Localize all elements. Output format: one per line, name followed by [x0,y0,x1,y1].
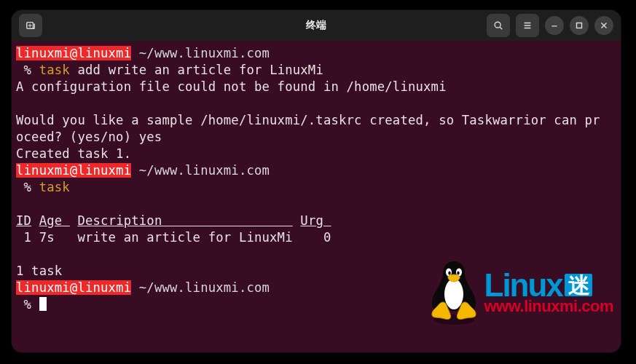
close-button[interactable] [594,16,613,35]
prompt-user-host: linuxmi@linuxmi [16,280,131,295]
table-row: 1 7s write an article for LinuxMi 0 [16,230,331,245]
prompt-user-host: linuxmi@linuxmi [16,46,131,60]
command-name: task [39,63,70,77]
table-header-description: Description [77,213,292,228]
search-button[interactable] [487,14,510,37]
output-line: Created task 1. [16,146,131,161]
table-header-urg: Urg [300,213,331,228]
output-line: A configuration file could not be found … [16,79,447,94]
minimize-button[interactable] [545,16,564,35]
prompt-cwd: ~/www.linuxmi.com [139,46,270,60]
menu-button[interactable] [516,14,539,37]
svg-rect-2 [577,23,582,28]
output-line: oceed? (yes/no) yes [16,130,162,144]
prompt-symbol: % [24,180,32,194]
table-header-id: ID [16,213,31,228]
prompt-user-host: linuxmi@linuxmi [16,163,131,178]
output-line: 1 task [16,264,62,278]
prompt-symbol: % [24,297,32,312]
output-line: Would you like a sample /home/linuxmi/.t… [16,113,600,127]
command-args: add write an article for LinuxMi [70,63,323,77]
table-header-age: Age [39,213,70,228]
svg-point-1 [495,22,500,28]
maximize-button[interactable] [570,16,589,35]
titlebar: 终端 [12,10,621,41]
window-title: 终端 [306,19,326,32]
prompt-cwd: ~/www.linuxmi.com [139,163,270,178]
command-name: task [39,180,70,194]
new-tab-button[interactable] [19,14,42,37]
terminal-output[interactable]: linuxmi@linuxmi ~/www.linuxmi.com % task… [12,41,621,317]
prompt-cwd: ~/www.linuxmi.com [139,280,270,295]
prompt-symbol: % [24,63,32,77]
cursor [39,297,47,311]
terminal-window: 终端 linuxmi@linuxmi ~/www.linuxmi.com % t… [12,10,621,352]
